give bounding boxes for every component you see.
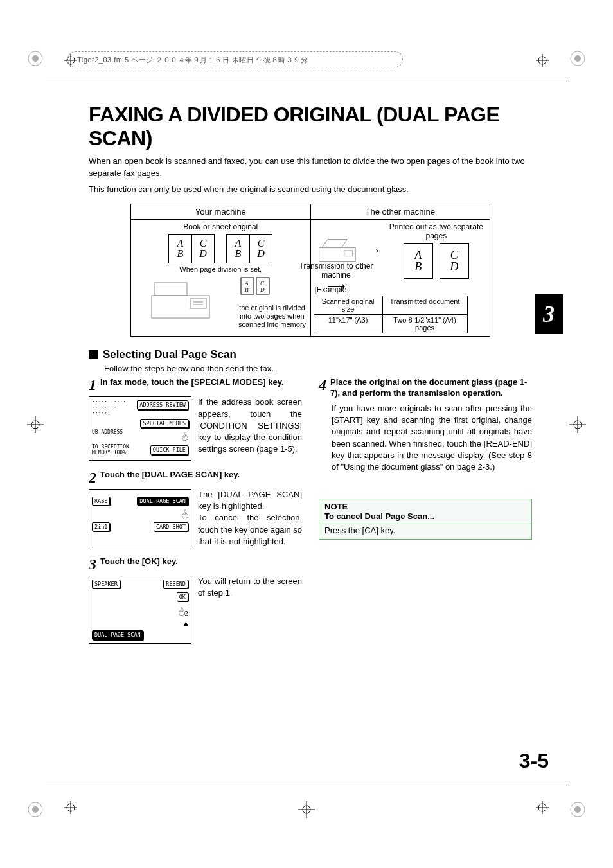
printed-out-label: Printed out as two separate pages	[386, 222, 487, 241]
step-text: If the address book screen appears, touc…	[198, 396, 302, 461]
section-bullet-icon	[89, 350, 98, 359]
svg-text:A: A	[244, 280, 249, 287]
ui-screen-illustration: RASEDUAL PAGE SCAN ☝ 2in1CARD SHOT	[89, 489, 191, 547]
svg-point-7	[574, 806, 581, 813]
step-title: Touch the [DUAL PAGE SCAN] key.	[100, 470, 240, 485]
arrow-right-icon: →	[368, 242, 382, 259]
svg-text:B: B	[245, 287, 249, 293]
output-page-icon: CD	[440, 243, 469, 279]
svg-point-1	[32, 55, 39, 62]
registration-mark-icon	[569, 416, 586, 433]
ui-screen-illustration: ·························ADDRESS REVIEW …	[89, 396, 191, 461]
step-text: If you have more originals to scan after…	[332, 403, 532, 473]
step-number: 3	[89, 556, 96, 572]
copier-machine-icon	[145, 276, 222, 321]
header-source-info: Tiger2_03.fm 5 ページ ２００４年９月１６日 木曜日 午後８時３９…	[77, 55, 308, 65]
svg-point-5	[32, 806, 39, 813]
ui-screen-illustration: SPEAKERRESEND OK ☝2 ▲ DUAL PAGE SCAN	[89, 576, 191, 644]
note-title: NOTE	[319, 499, 531, 511]
hand-pointer-icon: ☝	[179, 429, 191, 445]
step-number: 4	[319, 377, 326, 399]
svg-point-3	[574, 55, 581, 62]
when-page-division-label: When page division is set,	[134, 265, 308, 273]
step-number: 2	[89, 470, 96, 485]
crop-line	[46, 82, 567, 82]
example-table: Scanned original sizeTransmitted documen…	[314, 296, 468, 333]
dual-page-scan-diagram: Your machine The other machine Book or s…	[130, 204, 490, 337]
intro-text-1: When an open book is scanned and faxed, …	[89, 155, 532, 180]
crop-mark-icon	[64, 801, 77, 814]
chapter-tab: 3	[535, 294, 563, 334]
svg-text:D: D	[260, 287, 265, 293]
crop-mark-icon	[536, 54, 549, 67]
dual-page-scan-button-icon: DUAL PAGE SCAN	[92, 630, 143, 639]
note-subtitle: To cancel Dual Page Scan...	[319, 511, 531, 521]
svg-rect-41	[344, 251, 352, 256]
section-heading: Selecting Dual Page Scan	[103, 348, 236, 361]
arrow-right-icon: ⟶	[291, 278, 381, 294]
dual-page-scan-button-icon: DUAL PAGE SCAN	[137, 497, 188, 506]
note-body: Press the [CA] key.	[319, 524, 531, 539]
registration-mark-icon	[298, 801, 315, 818]
hand-pointer-icon: ☝	[179, 507, 191, 522]
svg-rect-30	[155, 283, 187, 296]
open-book-icon: AB CD	[168, 234, 215, 263]
hand-pointer-icon: ☝	[175, 604, 187, 619]
registration-mark-icon	[569, 801, 586, 818]
note-box: NOTE To cancel Dual Page Scan... Press t…	[319, 499, 532, 540]
registration-mark-icon	[27, 50, 44, 67]
step-title: Place the original on the document glass…	[330, 377, 532, 399]
page-title: FAXING A DIVIDED ORIGINAL (DUAL PAGE SCA…	[89, 103, 532, 150]
step-number: 1	[89, 377, 96, 393]
registration-mark-icon	[27, 801, 44, 818]
open-book-icon: AB CD	[226, 234, 272, 263]
registration-mark-icon	[569, 50, 586, 67]
svg-text:C: C	[260, 280, 265, 287]
svg-rect-31	[190, 299, 206, 308]
output-page-icon: AB	[404, 243, 433, 279]
step-text: You will return to the screen of step 1.	[198, 576, 302, 644]
svg-rect-40	[319, 248, 355, 262]
section-intro: Follow the steps below and then send the…	[104, 364, 532, 373]
up-arrow-icon: ▲	[92, 619, 188, 628]
book-original-label: Book or sheet original	[134, 222, 308, 231]
intro-text-2: This function can only be used when the …	[89, 184, 532, 196]
step-title: Touch the [OK] key.	[100, 556, 178, 572]
page-number: 3-5	[519, 749, 549, 773]
crop-line	[46, 786, 567, 786]
divided-caption: the original is divided into two pages w…	[237, 304, 308, 330]
transmission-label: Transmission to other machine ⟶	[291, 261, 381, 294]
registration-mark-icon	[27, 416, 44, 433]
diagram-header-left: Your machine	[131, 204, 311, 219]
crop-mark-icon	[536, 801, 549, 814]
step-text: The [DUAL PAGE SCAN] key is highlighted.…	[198, 489, 302, 547]
step-title: In fax mode, touch the [SPECIAL MODES] k…	[100, 377, 284, 393]
divided-pages-icon: A B C D	[237, 275, 276, 301]
diagram-header-right: The other machine	[310, 204, 490, 219]
